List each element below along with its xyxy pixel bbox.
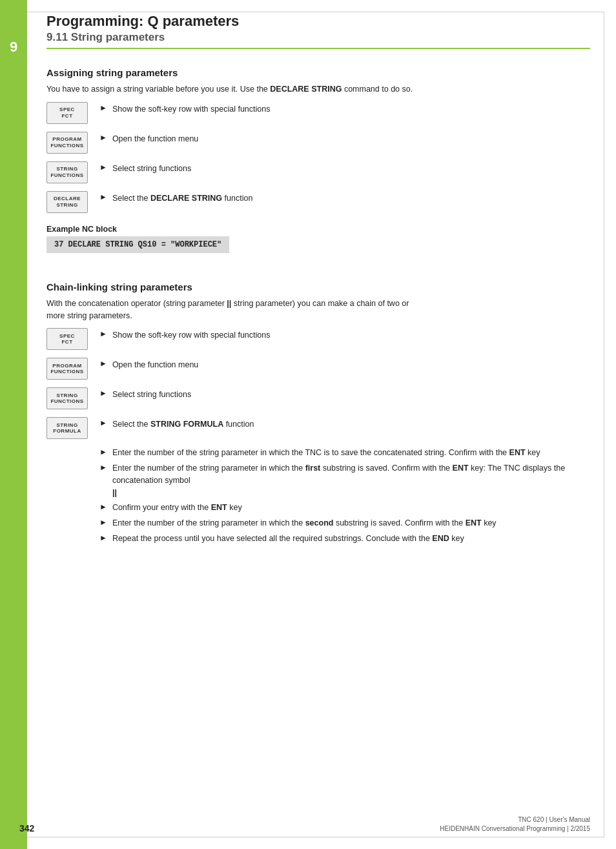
chain-step-4-arrow: ► — [99, 418, 107, 427]
chain-heading: Chain-linking string parameters — [46, 281, 590, 292]
assigning-heading: Assigning string parameters — [46, 67, 590, 78]
bullet-1-text: Enter the number of the string parameter… — [112, 447, 540, 459]
declare-string-bold: DECLARE STRING — [270, 85, 342, 94]
bullet-3: ► Confirm your entry with the ENT key — [99, 502, 590, 514]
assigning-intro: You have to assign a string variable bef… — [46, 83, 421, 96]
chain-step-2-text: Open the function menu — [112, 358, 198, 371]
step-3-content: ► Select string functions — [99, 161, 590, 175]
string-formula-key: STRING FORMULA — [46, 417, 88, 439]
main-content: Programming: Q parameters 9.11 String pa… — [27, 0, 616, 574]
step-2-text: Open the function menu — [112, 132, 198, 145]
step-1-content: ► Show the soft-key row with special fun… — [99, 102, 590, 116]
nc-block: 37 DECLARE STRING QS10 = "WORKPIECE" — [46, 236, 229, 253]
step-3-text: Select string functions — [112, 161, 191, 175]
chain-step-1-content: ► Show the soft-key row with special fun… — [99, 328, 590, 342]
bullet-2: ► Enter the number of the string paramet… — [99, 462, 590, 498]
bullet-5-arrow: ► — [99, 533, 107, 542]
page-header: Programming: Q parameters 9.11 String pa… — [46, 13, 590, 49]
chain-linking-section: Chain-linking string parameters With the… — [46, 281, 590, 545]
footer-line1: TNC 620 | User's Manual — [440, 815, 590, 824]
chain-step-4-content: ► Select the STRING FORMULA function — [99, 417, 590, 431]
chain-step-3-text: Select string functions — [112, 387, 191, 401]
step-1-arrow: ► — [99, 103, 107, 112]
chain-program-functions-key: PROGRAM FUNCTIONS — [46, 358, 88, 380]
bullet-3-arrow: ► — [99, 502, 107, 511]
declare-string-key: DECLARE STRING — [46, 191, 88, 213]
chain-step-3: STRING FUNCTIONS ► Select string functio… — [46, 387, 590, 411]
chain-step-2: PROGRAM FUNCTIONS ► Open the function me… — [46, 358, 590, 381]
bullet-2-arrow: ► — [99, 463, 107, 472]
bullet-1-arrow: ► — [99, 447, 107, 456]
step-3-arrow: ► — [99, 163, 107, 172]
page-footer: TNC 620 | User's Manual HEIDENHAIN Conve… — [440, 815, 590, 834]
chain-step-3-arrow: ► — [99, 389, 107, 398]
bullet-4: ► Enter the number of the string paramet… — [99, 517, 590, 529]
chain-step-4: STRING FORMULA ► Select the STRING FORMU… — [46, 417, 590, 440]
chain-step-1: SPEC FCT ► Show the soft-key row with sp… — [46, 328, 590, 351]
step-4-text: Select the DECLARE STRING function — [112, 191, 252, 205]
chain-step-1-arrow: ► — [99, 329, 107, 338]
bullet-2-text: Enter the number of the string parameter… — [112, 462, 590, 498]
step-1-text: Show the soft-key row with special funct… — [112, 102, 271, 116]
step-2-content: ► Open the function menu — [99, 132, 590, 145]
chain-bullets: ► Enter the number of the string paramet… — [99, 447, 590, 544]
string-functions-key: STRING FUNCTIONS — [46, 161, 88, 183]
bullet-5: ► Repeat the process until you have sele… — [99, 533, 590, 545]
bullet-4-text: Enter the number of the string parameter… — [112, 517, 497, 529]
chain-intro: With the concatenation operator (string … — [46, 298, 421, 322]
chain-step-2-arrow: ► — [99, 359, 107, 368]
assigning-section: Assigning string parameters You have to … — [46, 67, 590, 263]
bullet-5-text: Repeat the process until you have select… — [112, 533, 464, 545]
chain-step-3-content: ► Select string functions — [99, 387, 590, 401]
chain-step-1-text: Show the soft-key row with special funct… — [112, 328, 271, 342]
bullet-3-text: Confirm your entry with the ENT key — [112, 502, 242, 514]
assigning-step-4: DECLARE STRING ► Select the DECLARE STRI… — [46, 191, 590, 214]
footer-line2: HEIDENHAIN Conversational Programming | … — [440, 824, 590, 834]
chapter-number: 9 — [0, 34, 27, 61]
page-title: Programming: Q parameters — [46, 13, 590, 30]
step-2-arrow: ► — [99, 133, 107, 142]
section-title: 9.11 String parameters — [46, 31, 590, 44]
assigning-step-2: PROGRAM FUNCTIONS ► Open the function me… — [46, 132, 590, 155]
bullet-1: ► Enter the number of the string paramet… — [99, 447, 590, 459]
example-label: Example NC block — [46, 225, 590, 234]
assigning-step-3: STRING FUNCTIONS ► Select string functio… — [46, 161, 590, 185]
chain-step-2-content: ► Open the function menu — [99, 358, 590, 371]
bullet-4-arrow: ► — [99, 518, 107, 527]
chain-string-functions-key: STRING FUNCTIONS — [46, 387, 88, 409]
step-4-arrow: ► — [99, 192, 107, 201]
program-functions-key: PROGRAM FUNCTIONS — [46, 132, 88, 154]
bottom-border — [27, 837, 604, 837]
page-number: 342 — [19, 823, 34, 834]
green-sidebar — [0, 0, 27, 849]
spec-fct-key: SPEC FCT — [46, 102, 88, 124]
chain-spec-fct-key: SPEC FCT — [46, 328, 88, 350]
step-4-content: ► Select the DECLARE STRING function — [99, 191, 590, 205]
chain-step-4-text: Select the STRING FORMULA function — [112, 417, 254, 431]
assigning-step-1: SPEC FCT ► Show the soft-key row with sp… — [46, 102, 590, 125]
